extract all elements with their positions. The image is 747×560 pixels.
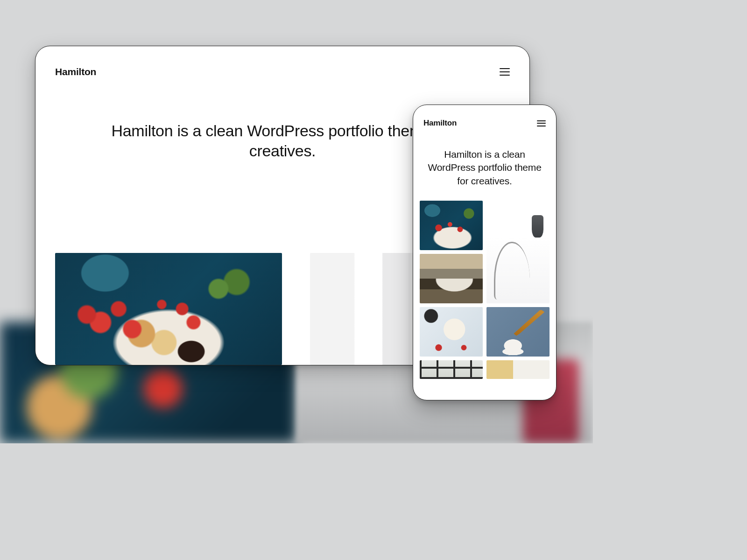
thumb-white-interior[interactable]	[486, 201, 550, 303]
mobile-gallery-grid	[413, 201, 556, 379]
thumb-breakfast[interactable]	[420, 307, 483, 357]
thumb-partial[interactable]	[486, 360, 550, 379]
site-brand-mobile[interactable]: Hamilton	[423, 119, 457, 128]
thumb-window[interactable]	[420, 360, 483, 379]
desktop-header: Hamilton	[35, 46, 529, 84]
portfolio-tile-food[interactable]	[55, 253, 282, 365]
thumb-food-platter[interactable]	[420, 201, 483, 250]
site-tagline-mobile: Hamilton is a clean WordPress portfolio …	[413, 131, 556, 201]
hamburger-icon[interactable]	[500, 68, 510, 76]
mobile-header: Hamilton	[413, 105, 556, 131]
thumb-honey[interactable]	[486, 307, 550, 357]
mobile-preview-frame: Hamilton Hamilton is a clean WordPress p…	[413, 105, 557, 400]
thumb-mountain[interactable]	[420, 254, 483, 303]
hamburger-icon[interactable]	[537, 120, 546, 126]
site-brand[interactable]: Hamilton	[55, 66, 96, 77]
